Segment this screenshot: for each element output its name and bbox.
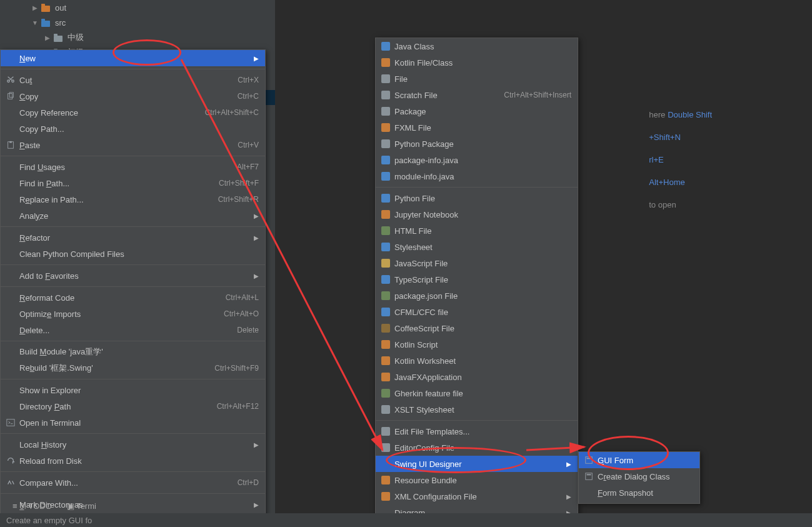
menu-item-gherkin-feature-file[interactable]: Gherkin feature file (376, 385, 578, 401)
submenu-arrow-icon: ▶ (566, 493, 571, 500)
menu-item-label: Optimize Imports (19, 309, 81, 319)
menu-item-label: Swing UI Designer (394, 459, 462, 469)
menu-item-typescript-file[interactable]: TypeScript File (376, 271, 578, 288)
tree-item-中级[interactable]: ▶中级 (0, 30, 275, 45)
menu-item-editorconfig-file[interactable]: EditorConfig File (376, 439, 578, 456)
menu-item-open-in-terminal[interactable]: Open in Terminal (1, 414, 265, 431)
menu-item-javafxapplication[interactable]: JavaFXApplication (376, 369, 578, 385)
tree-arrow-icon[interactable]: ▼ (29, 19, 41, 26)
py-icon (381, 193, 391, 203)
menu-separator (1, 433, 265, 434)
coffee-icon (381, 323, 391, 333)
menu-item-package-json-file[interactable]: package.json File (376, 288, 578, 304)
menu-item-label: CoffeeScript File (394, 324, 454, 333)
menu-item-find-in-path[interactable]: Find in Path...Ctrl+Shift+F (1, 175, 265, 191)
menu-item-add-to-favorites[interactable]: Add to Favorites▶ (1, 268, 265, 284)
svg-rect-8 (587, 458, 591, 459)
menu-item-copy-path[interactable]: Copy Path... (1, 121, 265, 137)
menu-item-new[interactable]: New▶ (1, 50, 265, 66)
menu-item-find-usages[interactable]: Find UsagesAlt+F7 (1, 159, 265, 175)
menu-item-rebuild-swing[interactable]: Rebuild '框架.Swing'Ctrl+Shift+F9 (1, 360, 265, 376)
menu-item-build-module-java[interactable]: Build Module 'java重学' (1, 344, 265, 360)
menu-item-scratch-file[interactable]: Scratch FileCtrl+Alt+Shift+Insert (376, 87, 578, 103)
menu-item-form-snapshot[interactable]: Form Snapshot (579, 484, 699, 501)
menu-item-reload-from-disk[interactable]: Reload from Disk (1, 453, 265, 469)
menu-item-create-dialog-class[interactable]: Create Dialog Class (579, 468, 699, 484)
menu-item-fxml-file[interactable]: FXML File (376, 119, 578, 136)
menu-item-python-package[interactable]: Python Package (376, 136, 578, 152)
menu-item-shortcut: Ctrl+Shift+F (219, 179, 259, 188)
swing-ui-designer-submenu: GUI FormCreate Dialog ClassForm Snapshot (578, 451, 700, 504)
tree-item-src[interactable]: ▼src (0, 15, 275, 30)
menu-item-directory-path[interactable]: Directory PathCtrl+Alt+F12 (1, 398, 265, 414)
menu-item-replace-in-path[interactable]: Replace in Path...Ctrl+Shift+R (1, 191, 265, 208)
menu-item-label: FXML File (394, 123, 431, 133)
menu-item-package[interactable]: Package (376, 103, 578, 119)
menu-item-label: CFML/CFC file (394, 308, 448, 317)
menu-item-gui-form[interactable]: GUI Form (579, 452, 699, 468)
reload-icon (6, 456, 16, 466)
menu-item-html-file[interactable]: HTML File (376, 223, 578, 239)
menu-item-swing-ui-designer[interactable]: Swing UI Designer▶ (376, 456, 578, 472)
compare-icon (6, 478, 16, 488)
menu-item-jupyter-notebook[interactable]: Jupyter Notebook (376, 206, 578, 223)
tree-arrow-icon[interactable]: ▶ (41, 34, 54, 41)
menu-item-kotlin-worksheet[interactable]: Kotlin Worksheet (376, 353, 578, 369)
tree-item-out[interactable]: ▶out (0, 0, 275, 15)
menu-item-copy-reference[interactable]: Copy ReferenceCtrl+Alt+Shift+C (1, 104, 265, 121)
menu-item-compare-with[interactable]: Compare With...Ctrl+D (1, 474, 265, 491)
terminal-tool-button[interactable]: ▣ Termi (67, 501, 96, 511)
menu-item-resource-bundle[interactable]: Resource Bundle (376, 472, 578, 488)
menu-item-xslt-stylesheet[interactable]: XSLT Stylesheet (376, 401, 578, 418)
js-icon (381, 258, 391, 268)
blank-icon (6, 325, 16, 335)
menu-item-clean-python-compiled-files[interactable]: Clean Python Compiled Files (1, 246, 265, 262)
ktw-icon (381, 356, 391, 366)
gear-icon (381, 426, 391, 436)
menu-item-kotlin-script[interactable]: Kotlin Script (376, 336, 578, 353)
menu-item-copy[interactable]: CopyCtrl+C (1, 88, 265, 104)
menu-item-delete[interactable]: Delete...Delete (1, 322, 265, 338)
menu-item-label: New (19, 54, 36, 63)
menu-item-coffeescript-file[interactable]: CoffeeScript File (376, 320, 578, 336)
menu-item-label: Add to Favorites (19, 271, 79, 281)
menu-item-label: Replace in Path... (19, 195, 84, 204)
menu-item-shortcut: Ctrl+Alt+F12 (217, 402, 259, 411)
menu-item-analyze[interactable]: Analyze▶ (1, 208, 265, 224)
menu-item-kotlin-file-class[interactable]: Kotlin File/Class (376, 54, 578, 71)
menu-item-stylesheet[interactable]: Stylesheet (376, 239, 578, 255)
menu-item-label: package.json File (394, 291, 458, 301)
menu-item-show-in-explorer[interactable]: Show in Explorer (1, 382, 265, 398)
blank-icon (6, 439, 16, 449)
menu-item-label: Reformat Code (19, 293, 74, 303)
svg-rect-9 (586, 473, 593, 480)
menu-item-cut[interactable]: CutCtrl+X (1, 72, 265, 88)
menu-item-label: JavaScript File (394, 259, 448, 268)
menu-item-edit-file-templates[interactable]: Edit File Templates... (376, 423, 578, 439)
menu-item-label: Kotlin Script (394, 340, 438, 349)
menu-item-paste[interactable]: PasteCtrl+V (1, 137, 265, 153)
blank-icon (6, 347, 16, 357)
menu-item-xml-configuration-file[interactable]: XML Configuration File▶ (376, 488, 578, 504)
menu-item-shortcut: Alt+F7 (237, 163, 259, 171)
orange-icon (41, 3, 51, 12)
menu-item-optimize-imports[interactable]: Optimize ImportsCtrl+Alt+O (1, 306, 265, 322)
menu-item-reformat-code[interactable]: Reformat CodeCtrl+Alt+L (1, 289, 265, 306)
menu-item-cfml-cfc-file[interactable]: CFML/CFC file (376, 304, 578, 320)
menu-item-label: XML Configuration File (394, 492, 477, 501)
menu-item-java-class[interactable]: Java Class (376, 38, 578, 54)
menu-item-package-info-java[interactable]: package-info.java (376, 152, 578, 168)
menu-item-javascript-file[interactable]: JavaScript File (376, 255, 578, 271)
menu-item-local-history[interactable]: Local History▶ (1, 436, 265, 453)
menu-item-label: EditorConfig File (394, 443, 454, 453)
tree-arrow-icon[interactable]: ▶ (29, 4, 41, 11)
menu-item-module-info-java[interactable]: module-info.java (376, 168, 578, 184)
menu-item-label: Kotlin File/Class (394, 58, 453, 68)
menu-item-shortcut: Ctrl+Alt+O (224, 309, 259, 318)
menu-item-refactor[interactable]: Refactor▶ (1, 229, 265, 246)
menu-item-python-file[interactable]: Python File (376, 190, 578, 206)
blank-icon (6, 249, 16, 259)
todo-tool-button[interactable]: ≡ 66: TODO: TODO (13, 501, 52, 511)
menu-item-file[interactable]: File (376, 71, 578, 87)
fxml-icon (381, 123, 391, 133)
